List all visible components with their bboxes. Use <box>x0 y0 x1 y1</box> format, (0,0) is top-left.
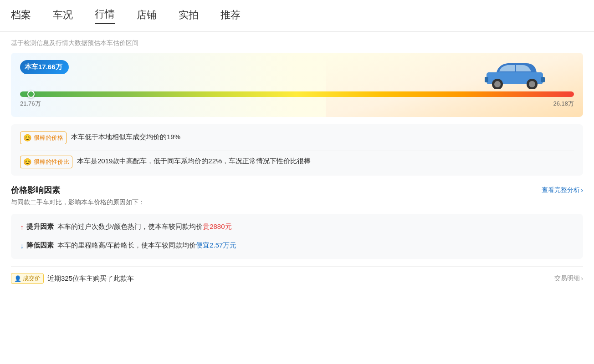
bar-labels: 21.76万 26.18万 <box>20 100 574 108</box>
chevron-right-icon: › <box>581 187 583 194</box>
car-image <box>483 57 547 89</box>
transaction-link[interactable]: 交易明细 › <box>554 274 583 283</box>
factors-title: 价格影响因素 <box>11 185 60 196</box>
transaction-link-label: 交易明细 <box>554 274 580 283</box>
transaction-badge: 👤 成交价 <box>11 273 44 284</box>
factor-highlight-0: 贵2880元 <box>203 222 231 230</box>
factors-section: 价格影响因素 查看完整分析 › 与同款二手车对比，影响本车价格的原因如下： ↑ … <box>11 185 583 286</box>
nav-bar: 档案 车况 行情 店铺 实拍 推荐 <box>0 0 594 32</box>
svg-point-4 <box>529 81 535 87</box>
nav-item-chekuang[interactable]: 车况 <box>53 8 73 24</box>
price-subtitle: 基于检测信息及行情大数据预估本车估价区间 <box>11 39 583 47</box>
down-arrow-icon: ↓ <box>20 240 24 252</box>
rating-emoji-1: 😊 <box>23 157 32 167</box>
rating-badge-label-0: 很棒的价格 <box>34 133 63 143</box>
svg-rect-6 <box>541 77 545 82</box>
price-indicator <box>27 91 35 98</box>
factor-text-1: 本车的里程略高/车龄略长，使本车较同款均价便宜2.57万元 <box>57 240 236 251</box>
nav-item-dianpu[interactable]: 店铺 <box>137 8 157 24</box>
rating-item-0: 😊 很棒的价格 本车低于本地相似车成交均价的19% <box>20 131 574 144</box>
nav-item-shipai[interactable]: 实拍 <box>179 8 199 24</box>
bar-min-label: 21.76万 <box>20 100 41 108</box>
factors-link-label: 查看完整分析 <box>542 186 580 194</box>
up-arrow-icon: ↑ <box>20 222 24 233</box>
rating-text-0: 本车低于本地相似车成交均价的19% <box>71 131 180 142</box>
factor-row-1: ↓ 降低因素 本车的里程略高/车龄略长，使本车较同款均价便宜2.57万元 <box>20 240 574 252</box>
transaction-text: 近期325位车主购买了此款车 <box>47 274 134 283</box>
bar-max-label: 26.18万 <box>553 100 574 108</box>
nav-item-dangan[interactable]: 档案 <box>11 8 31 24</box>
rating-item-1: 😊 很棒的性价比 本车是2019款中高配车，低于同车系均价的22%，车况正常情况… <box>20 156 574 168</box>
factor-row-0: ↑ 提升因素 本车的过户次数少/颜色热门，使本车较同款均价贵2880元 <box>20 221 574 233</box>
current-price-label: 本车17.66万 <box>20 60 69 74</box>
factors-link[interactable]: 查看完整分析 › <box>542 186 583 194</box>
nav-item-tuijian[interactable]: 推荐 <box>220 8 241 24</box>
main-content: 基于检测信息及行情大数据预估本车估价区间 本车17.66万 <box>0 32 594 286</box>
rating-text-1: 本车是2019款中高配车，低于同车系均价的22%，车况正常情况下性价比很棒 <box>77 156 311 167</box>
price-card: 本车17.66万 <box>11 53 583 117</box>
current-price-text: 本车17.66万 <box>25 63 62 71</box>
factor-label-0: 提升因素 <box>26 221 54 232</box>
transaction-chevron-icon: › <box>581 275 583 282</box>
factors-desc: 与同款二手车对比，影响本车价格的原因如下： <box>11 198 583 207</box>
svg-rect-5 <box>485 77 488 82</box>
transaction-left: 👤 成交价 近期325位车主购买了此款车 <box>11 273 134 284</box>
rating-emoji-0: 😊 <box>23 132 32 143</box>
factor-text-0: 本车的过户次数少/颜色热门，使本车较同款均价贵2880元 <box>57 221 232 232</box>
price-gradient-bar <box>20 91 574 97</box>
rating-badge-0: 😊 很棒的价格 <box>20 131 67 144</box>
rating-badge-label-1: 很棒的性价比 <box>34 157 69 167</box>
factor-highlight-1: 便宜2.57万元 <box>196 241 236 249</box>
ratings-section: 😊 很棒的价格 本车低于本地相似车成交均价的19% 😊 很棒的性价比 本车是20… <box>11 124 583 176</box>
rating-badge-1: 😊 很棒的性价比 <box>20 156 72 168</box>
factors-header: 价格影响因素 查看完整分析 › <box>11 185 583 196</box>
price-gradient-bar-container: 21.76万 26.18万 <box>20 91 574 108</box>
factor-text-before-0: 本车的过户次数少/颜色热门，使本车较同款均价 <box>57 222 203 230</box>
transaction-badge-icon: 👤 <box>14 275 21 282</box>
factor-text-before-1: 本车的里程略高/车龄略长，使本车较同款均价 <box>57 241 196 249</box>
factors-card: ↑ 提升因素 本车的过户次数少/颜色热门，使本车较同款均价贵2880元 ↓ 降低… <box>11 214 583 259</box>
svg-point-2 <box>494 81 501 87</box>
nav-item-hangqing[interactable]: 行情 <box>95 7 115 24</box>
car-svg <box>483 57 547 89</box>
rating-divider <box>20 151 574 151</box>
transaction-row: 👤 成交价 近期325位车主购买了此款车 交易明细 › <box>11 266 583 286</box>
transaction-badge-label: 成交价 <box>23 274 41 283</box>
factor-label-1: 降低因素 <box>26 240 54 251</box>
